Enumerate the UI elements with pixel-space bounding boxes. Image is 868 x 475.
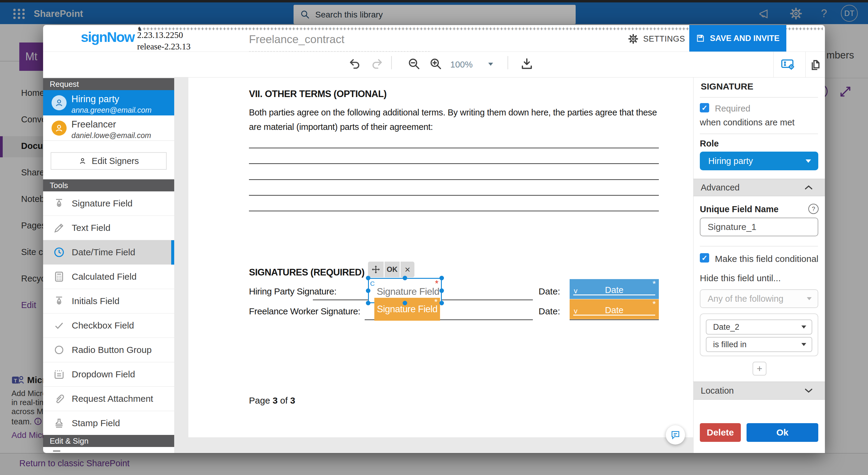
resize-handle[interactable] bbox=[439, 288, 444, 293]
tool-label: Calculated Field bbox=[72, 272, 136, 282]
download-button[interactable] bbox=[520, 57, 533, 70]
tool-calculated-field[interactable]: Calculated Field bbox=[43, 265, 174, 289]
doc-row1-label: Hiring Party Signature: bbox=[249, 286, 336, 296]
panel-divider-1 bbox=[700, 97, 818, 98]
freelancer-avatar bbox=[52, 121, 67, 136]
zoom-dropdown-caret[interactable] bbox=[488, 63, 493, 66]
required-asterisk: * bbox=[435, 278, 438, 288]
resize-handle[interactable] bbox=[366, 301, 370, 305]
doc-page-footer: Page 3 of 3 bbox=[249, 395, 296, 406]
tool-request-attachment[interactable]: Request Attachment bbox=[43, 387, 174, 411]
conditional-checkbox[interactable]: ✓ bbox=[700, 253, 709, 262]
resize-handle[interactable] bbox=[403, 276, 407, 280]
date-field-hiring[interactable]: v Date * bbox=[569, 279, 659, 299]
properties-title: SIGNATURE bbox=[701, 82, 753, 92]
chevron-up-icon bbox=[804, 185, 813, 190]
required-asterisk: * bbox=[434, 297, 438, 307]
resize-handle[interactable] bbox=[366, 288, 370, 293]
zoom-out-button[interactable] bbox=[407, 57, 421, 70]
doc-date-line-2 bbox=[569, 319, 659, 320]
edit-sign-section-title: Edit & Sign bbox=[50, 436, 89, 446]
tool-label: Date/Time Field bbox=[72, 247, 135, 257]
signer-row-hiring-party[interactable]: Hiring party anna.green@email.com bbox=[43, 90, 174, 116]
doc-blank-line bbox=[249, 211, 659, 211]
signnow-logo: signNow bbox=[81, 29, 134, 45]
save-and-invite-label: SAVE AND INVITE bbox=[710, 34, 779, 43]
clock-icon bbox=[53, 246, 65, 258]
field-close-button[interactable]: × bbox=[401, 262, 414, 277]
required-checkbox[interactable]: ✓ bbox=[700, 103, 709, 113]
tool-checkbox-field[interactable]: Checkbox Field bbox=[43, 313, 174, 338]
tool-radio-button-group[interactable]: Radio Button Group bbox=[43, 338, 174, 362]
toolbar-divider-2 bbox=[507, 56, 508, 69]
resize-handle[interactable] bbox=[439, 276, 444, 280]
tool-date-time-field[interactable]: Date/Time Field bbox=[43, 240, 174, 265]
document-title[interactable]: Freelance_contract bbox=[249, 33, 344, 46]
role-label: Role bbox=[700, 139, 719, 149]
person-icon bbox=[79, 157, 87, 165]
panel-divider-2 bbox=[700, 133, 818, 134]
condition-type-dropdown[interactable]: Any of the following bbox=[700, 289, 818, 308]
advanced-label: Advanced bbox=[701, 183, 740, 193]
role-dropdown[interactable]: Hiring party bbox=[700, 152, 818, 170]
doc-date1-label: Date: bbox=[538, 286, 560, 296]
tool-signature-field[interactable]: Signature Field bbox=[43, 191, 174, 216]
chat-icon bbox=[670, 430, 681, 440]
panel-divider-3 bbox=[700, 246, 818, 247]
tool-dropdown-field[interactable]: Dropdown Field bbox=[43, 362, 174, 387]
tool-label: Initials Field bbox=[72, 296, 119, 306]
doc-date2-label: Date: bbox=[538, 306, 560, 316]
chat-bubble-button[interactable] bbox=[666, 425, 685, 445]
advanced-section-header[interactable]: Advanced bbox=[693, 179, 825, 196]
field-settings-icon[interactable] bbox=[781, 58, 796, 70]
ok-button[interactable]: Ok bbox=[747, 423, 818, 442]
location-section-header[interactable]: Location bbox=[693, 382, 825, 400]
tool-initials-field[interactable]: Initials Field bbox=[43, 289, 174, 313]
resize-handle[interactable] bbox=[366, 276, 370, 280]
tool-label: Dropdown Field bbox=[72, 369, 135, 379]
delete-button[interactable]: Delete bbox=[700, 423, 741, 442]
edit-sign-section-header: Edit & Sign bbox=[43, 435, 174, 447]
stamp-icon bbox=[53, 417, 65, 429]
settings-button[interactable]: SETTINGS bbox=[627, 33, 685, 44]
hiring-party-avatar bbox=[52, 95, 67, 110]
field-toolbar: OK × bbox=[368, 262, 414, 277]
page-footer-total: 3 bbox=[290, 395, 296, 405]
tool-stamp-field[interactable]: Stamp Field bbox=[43, 411, 174, 436]
condition-operator-dropdown[interactable]: is filled in bbox=[706, 337, 812, 352]
unique-field-name-input[interactable]: Signature_1 bbox=[700, 218, 818, 236]
signer-role: Hiring party bbox=[71, 94, 119, 104]
resize-handle[interactable] bbox=[403, 301, 407, 305]
edit-signers-button[interactable]: Edit Signers bbox=[51, 152, 167, 170]
tools-section-title: Tools bbox=[50, 181, 68, 190]
pencil-icon bbox=[53, 222, 65, 234]
resize-handle[interactable] bbox=[439, 301, 444, 305]
page-footer-prefix: Page bbox=[249, 395, 270, 405]
zoom-level-value[interactable]: 100% bbox=[450, 60, 472, 70]
add-condition-button[interactable]: + bbox=[752, 362, 767, 376]
condition-field-dropdown[interactable]: Date_2 bbox=[706, 319, 812, 335]
tool-text-field[interactable]: Text Field bbox=[43, 216, 174, 240]
chevron-down-icon bbox=[801, 343, 806, 346]
field-name-help-icon[interactable]: ? bbox=[808, 204, 818, 214]
field-ok-button[interactable]: OK bbox=[384, 262, 400, 277]
save-and-invite-button[interactable]: SAVE AND INVITE bbox=[689, 25, 786, 52]
signature-field-label: Signature Field bbox=[377, 286, 439, 297]
pen-nib-icon bbox=[53, 197, 65, 210]
chevron-down-icon bbox=[801, 325, 806, 328]
date-field-freelancer[interactable]: v Date * bbox=[569, 299, 659, 319]
doc-blank-line bbox=[249, 195, 659, 196]
toolbar-divider-1 bbox=[391, 56, 392, 69]
redo-button[interactable] bbox=[370, 58, 383, 70]
zoom-in-button[interactable] bbox=[429, 57, 442, 70]
undo-button[interactable] bbox=[349, 58, 361, 70]
settings-gear-icon bbox=[627, 33, 639, 44]
field-move-handle[interactable] bbox=[368, 262, 384, 277]
signature-field-freelancer[interactable]: Signature Field * bbox=[374, 298, 440, 321]
signer-row-freelancer[interactable]: Freelancer daniel.lowe@email.com bbox=[43, 116, 174, 141]
save-icon bbox=[696, 34, 705, 43]
copy-pages-icon[interactable] bbox=[809, 58, 823, 71]
doc-signatures-heading: SIGNATURES (REQUIRED) bbox=[249, 267, 364, 278]
condition-field-value: Date_2 bbox=[713, 322, 739, 332]
tools-section-header: Tools bbox=[43, 179, 174, 191]
